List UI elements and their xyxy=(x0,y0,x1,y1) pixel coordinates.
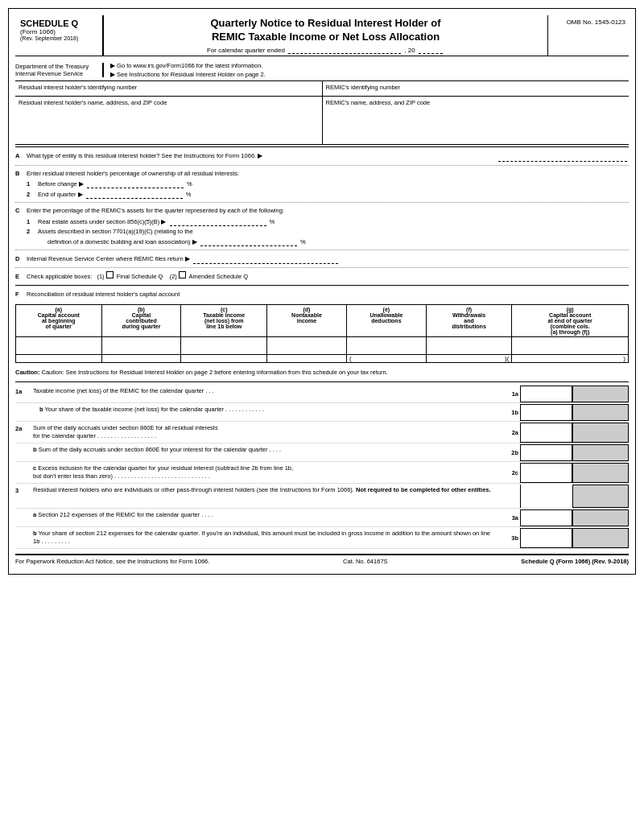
line-1a-desc: Taxable income (net loss) of the REMIC f… xyxy=(30,386,501,402)
line-3-row: 3 Residual interest holders who are indi… xyxy=(15,485,629,509)
line-1a-right xyxy=(572,386,629,402)
line-3b-row: b Your share of section 212 expenses for… xyxy=(15,528,629,549)
col-g-header: (g)Capital accountat end of quarter(comb… xyxy=(512,305,629,337)
line-3a-row: a Section 212 expenses of the REMIC for … xyxy=(15,509,629,527)
section-e: E Check applicable boxes: (1) Final Sche… xyxy=(15,269,629,283)
line-2a-row: 2a Sum of the daily accruals under secti… xyxy=(15,423,629,443)
col-a-header: (a)Capital accountat beginningof quarter xyxy=(16,305,102,337)
line-1b-row: b Your share of the taxable income (net … xyxy=(15,404,629,422)
omb-box: OMB No. 1545-0123 xyxy=(548,15,629,56)
line-2b-desc: b Sum of the daily accruals under sectio… xyxy=(30,444,501,461)
line-3b-input[interactable] xyxy=(520,528,572,548)
line-3a-input[interactable] xyxy=(520,509,572,526)
section-c: C Enter the percentage of the REMIC's as… xyxy=(15,204,629,249)
rev-date: (Rev. September 2018) xyxy=(20,35,97,41)
schedule-id-box: SCHEDULE Q (Form 1066) (Rev. September 2… xyxy=(15,15,104,56)
title-block: Quarterly Notice to Residual Interest Ho… xyxy=(104,15,548,56)
line-3-desc: Residual interest holders who are indivi… xyxy=(30,485,520,508)
dept-row: Department of the Treasury Internal Reve… xyxy=(15,60,629,82)
dept-links: ▶ Go to www.irs.gov/Form1066 for the lat… xyxy=(104,61,629,80)
caution-text: Caution: Caution: See Instructions for R… xyxy=(15,366,629,380)
line-1a-input[interactable] xyxy=(520,386,572,402)
dept-info: Department of the Treasury Internal Reve… xyxy=(15,63,104,77)
line-2c-row: c Excess inclusion for the calendar quar… xyxy=(15,463,629,484)
header-section: SCHEDULE Q (Form 1066) (Rev. September 2… xyxy=(15,15,629,56)
form-page: SCHEDULE Q (Form 1066) (Rev. September 2… xyxy=(8,8,636,575)
holder-id-cell: Residual interest holder's identifying n… xyxy=(15,81,323,96)
checkbox-final-schedule-q[interactable] xyxy=(106,271,114,278)
line-2c-desc: c Excess inclusion for the calendar quar… xyxy=(30,463,501,483)
remic-name-cell: REMIC's name, address, and ZIP code xyxy=(323,97,630,144)
schedule-title: SCHEDULE Q xyxy=(20,19,97,28)
col-e-header: (e)Unallowabledeductions xyxy=(346,305,426,337)
section-d: D Internal Revenue Service Center where … xyxy=(15,251,629,266)
line-3-right xyxy=(572,485,629,508)
line-1b-right xyxy=(572,404,629,421)
line-2a-right xyxy=(572,423,629,443)
col-c-value[interactable] xyxy=(181,337,267,355)
line-2a-desc: Sum of the daily accruals under section … xyxy=(30,423,501,443)
col-c-header: (c)Taxable income(net loss) fromline 1b … xyxy=(181,305,267,337)
remic-id-cell: REMIC's identifying number xyxy=(323,81,630,96)
line-1b-desc: b Your share of the taxable income (net … xyxy=(36,404,501,421)
line-2b-right xyxy=(572,444,629,461)
line-2b-row: b Sum of the daily accruals under sectio… xyxy=(15,444,629,462)
line-section: 1a Taxable income (net loss) of the REMI… xyxy=(15,386,629,549)
line-2c-input[interactable] xyxy=(520,463,572,483)
col-f-header: (f)Withdrawalsanddistributions xyxy=(426,305,512,337)
line-3a-desc: a Section 212 expenses of the REMIC for … xyxy=(30,509,501,526)
table-f-data-row xyxy=(16,337,629,355)
line-1a-row: 1a Taxable income (net loss) of the REMI… xyxy=(15,386,629,403)
main-title: Quarterly Notice to Residual Interest Ho… xyxy=(112,17,539,44)
col-b-header: (b)Capitalcontributedduring quarter xyxy=(101,305,181,337)
table-f-paren-row: ( )( ) xyxy=(16,355,629,363)
line-2b-input[interactable] xyxy=(520,444,572,461)
line-1b-input[interactable] xyxy=(520,404,572,421)
calendar-line: For calendar quarter ended , 20 xyxy=(112,46,539,54)
col-b-value[interactable] xyxy=(101,337,181,355)
footer: For Paperwork Reduction Act Notice, see … xyxy=(15,554,629,567)
id-row: Residual interest holder's identifying n… xyxy=(15,81,629,97)
sub-indent-b xyxy=(30,404,36,421)
holder-name-cell: Residual interest holder's name, address… xyxy=(15,97,323,144)
checkbox-amended-schedule-q[interactable] xyxy=(179,271,186,278)
line-3b-right xyxy=(572,528,629,548)
line-3b-desc: b Your share of section 212 expenses for… xyxy=(30,528,501,548)
col-d-value[interactable] xyxy=(266,337,346,355)
line-2c-right xyxy=(572,463,629,483)
line-2a-input[interactable] xyxy=(520,423,572,443)
line-3a-right xyxy=(572,509,629,526)
section-a: A What type of entity is this residual i… xyxy=(15,149,629,163)
section-f: F Reconciliation of residual interest ho… xyxy=(15,287,629,301)
table-f: (a)Capital accountat beginningof quarter… xyxy=(15,304,629,363)
col-e-value[interactable] xyxy=(346,337,426,355)
col-d-header: (d)Nontaxableincome xyxy=(266,305,346,337)
col-a-value[interactable] xyxy=(16,337,102,355)
section-b: B Enter residual interest holder's perce… xyxy=(15,167,629,202)
form-number: (Form 1066) xyxy=(20,28,97,35)
col-f-value[interactable] xyxy=(426,337,512,355)
col-g-value[interactable] xyxy=(512,337,629,355)
name-row: Residual interest holder's name, address… xyxy=(15,97,629,145)
